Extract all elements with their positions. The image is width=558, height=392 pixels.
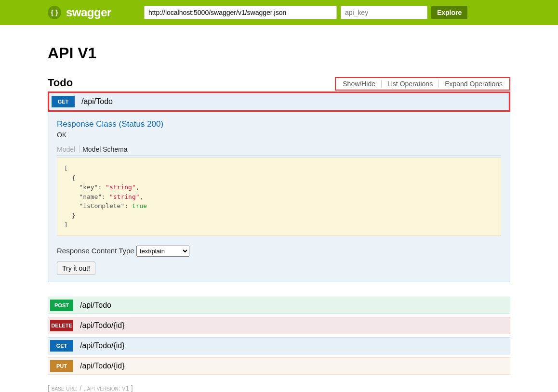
tab-model-schema[interactable]: Model Schema [82,145,127,153]
action-show-hide[interactable]: Show/Hide [341,80,382,88]
method-badge-get: GET [50,340,73,352]
operation-path: /api/Todo [80,301,111,310]
operation-path: /api/Todo/{id} [80,321,125,330]
method-badge-post: POST [50,300,73,311]
operation-get-todo-header[interactable]: GET /api/Todo [48,91,510,112]
operation-put-todo-id[interactable]: PUT /api/Todo/{id} [48,357,510,375]
operation-path: /api/Todo/{id} [80,341,125,350]
model-schema-box[interactable]: [ { "key": "string", "name": "string", "… [57,157,501,236]
tab-model[interactable]: Model [57,145,80,153]
operation-delete-todo-id[interactable]: DELETE /api/Todo/{id} [48,317,510,334]
method-badge-put: PUT [50,360,73,372]
action-expand-operations[interactable]: Expand Operations [439,80,505,88]
action-list-operations[interactable]: List Operations [382,80,439,88]
footer-meta: [ base url: / , api version: v1 ] [48,384,510,392]
operation-body: Response Class (Status 200) OK ModelMode… [48,112,510,282]
method-badge-delete: DELETE [50,320,73,331]
response-content-type-select[interactable]: text/plain [136,246,189,257]
resource-actions: Show/Hide List Operations Expand Operati… [335,77,510,91]
try-it-out-button[interactable]: Try it out! [57,261,95,275]
brand-text: swagger [66,6,111,19]
swagger-icon: { } [48,6,61,19]
response-ok-label: OK [57,131,501,139]
resource-name[interactable]: Todo [48,77,73,89]
page-title: API V1 [48,44,510,62]
top-bar: { } swagger Explore [0,0,558,25]
explore-button[interactable]: Explore [431,6,467,19]
operation-path: /api/Todo [81,97,113,106]
spec-url-input[interactable] [144,6,337,19]
method-badge-get: GET [52,96,75,107]
operation-get-todo-id[interactable]: GET /api/Todo/{id} [48,337,510,354]
api-key-input[interactable] [341,6,427,19]
operations-list: POST /api/Todo DELETE /api/Todo/{id} GET… [48,297,510,375]
response-content-type-label: Response Content Type [57,247,134,255]
response-class-heading: Response Class (Status 200) [57,119,501,129]
logo[interactable]: { } swagger [48,6,111,19]
operation-path: /api/Todo/{id} [80,362,125,370]
operation-post-todo[interactable]: POST /api/Todo [48,297,510,314]
